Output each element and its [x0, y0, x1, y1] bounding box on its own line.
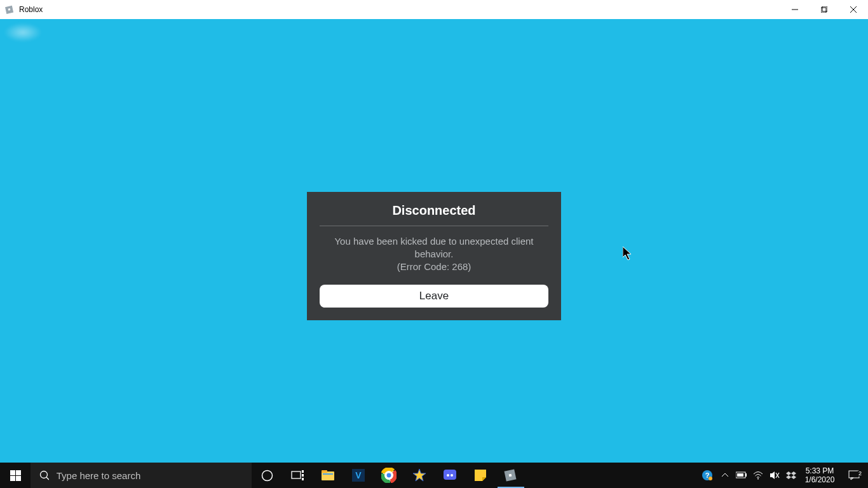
- cortana-button[interactable]: [252, 463, 282, 488]
- svg-point-33: [451, 474, 453, 477]
- window-title: Roblox: [19, 5, 43, 14]
- maximize-button[interactable]: [810, 0, 839, 19]
- svg-marker-52: [791, 475, 796, 479]
- tray-dropbox-icon[interactable]: [783, 463, 799, 488]
- task-view-button[interactable]: [282, 463, 313, 488]
- svg-marker-54: [851, 478, 853, 480]
- svg-point-32: [447, 474, 449, 477]
- svg-rect-15: [292, 471, 301, 478]
- svg-marker-50: [791, 471, 796, 475]
- svg-rect-4: [822, 6, 827, 11]
- taskbar-clock[interactable]: 5:33 PM 1/6/2020: [799, 466, 840, 484]
- tray-wifi-icon[interactable]: [750, 463, 766, 488]
- taskbar-app-visual-studio[interactable]: V: [343, 463, 374, 488]
- svg-rect-17: [302, 474, 304, 477]
- dialog-error-code: (Error Code: 268): [397, 261, 471, 272]
- roblox-app-icon: [5, 4, 15, 15]
- mouse-cursor-icon: [623, 247, 634, 262]
- search-input[interactable]: [57, 470, 252, 481]
- svg-point-45: [757, 478, 759, 480]
- svg-point-41: [709, 477, 712, 480]
- taskbar-app-star[interactable]: [404, 463, 435, 488]
- svg-point-12: [41, 471, 48, 478]
- svg-marker-30: [413, 469, 426, 481]
- svg-rect-21: [323, 473, 333, 475]
- svg-rect-20: [322, 470, 327, 473]
- svg-marker-46: [770, 471, 775, 479]
- svg-line-13: [46, 477, 49, 480]
- taskbar-app-file-explorer[interactable]: [313, 463, 343, 488]
- taskbar-app-discord[interactable]: [435, 463, 465, 488]
- taskbar-app-roblox[interactable]: [496, 463, 526, 488]
- svg-rect-1: [8, 8, 11, 11]
- leave-button[interactable]: Leave: [320, 285, 548, 308]
- svg-rect-8: [10, 470, 15, 475]
- taskbar-app-google-chrome[interactable]: [374, 463, 404, 488]
- svg-marker-7: [623, 247, 631, 260]
- start-button[interactable]: [0, 463, 31, 488]
- tray-overflow-icon[interactable]: [717, 463, 733, 488]
- dialog-message-line1: You have been kicked due to unexpected c…: [334, 236, 533, 247]
- taskbar-app-list: V: [313, 463, 526, 488]
- game-viewport: Disconnected You have been kicked due to…: [0, 19, 868, 463]
- close-button[interactable]: [839, 0, 868, 19]
- svg-rect-9: [16, 470, 21, 475]
- taskbar-app-notes[interactable]: [465, 463, 496, 488]
- system-tray: ?: [698, 463, 868, 488]
- tray-volume-icon[interactable]: [766, 463, 783, 488]
- window-titlebar: Roblox: [0, 0, 868, 19]
- svg-rect-10: [10, 476, 15, 481]
- taskbar-search[interactable]: [31, 463, 252, 488]
- disconnected-dialog: Disconnected You have been kicked due to…: [307, 192, 561, 320]
- svg-text:V: V: [355, 470, 362, 480]
- taskbar: V: [0, 463, 868, 488]
- dialog-title: Disconnected: [320, 203, 548, 226]
- svg-rect-16: [302, 470, 304, 473]
- dialog-message: You have been kicked due to unexpected c…: [320, 226, 548, 285]
- tray-battery-icon[interactable]: [733, 463, 750, 488]
- svg-marker-49: [786, 471, 791, 475]
- svg-point-14: [262, 470, 272, 480]
- dialog-message-line2: behavior.: [415, 248, 454, 259]
- svg-rect-44: [737, 473, 743, 477]
- clock-time: 5:33 PM: [806, 466, 834, 475]
- svg-rect-31: [444, 470, 456, 480]
- svg-rect-11: [16, 476, 21, 481]
- svg-rect-3: [821, 8, 826, 13]
- clock-date: 1/6/2020: [805, 475, 835, 484]
- action-center-button[interactable]: 2: [840, 470, 868, 480]
- svg-rect-38: [509, 474, 512, 477]
- search-icon: [39, 470, 49, 480]
- svg-rect-19: [322, 471, 334, 480]
- viewport-glow: [4, 23, 42, 42]
- action-center-badge: 2: [857, 470, 863, 477]
- svg-rect-18: [302, 478, 304, 480]
- svg-marker-51: [786, 475, 791, 479]
- minimize-button[interactable]: [780, 0, 810, 19]
- tray-help-icon[interactable]: ?: [698, 463, 717, 488]
- svg-rect-43: [745, 473, 747, 477]
